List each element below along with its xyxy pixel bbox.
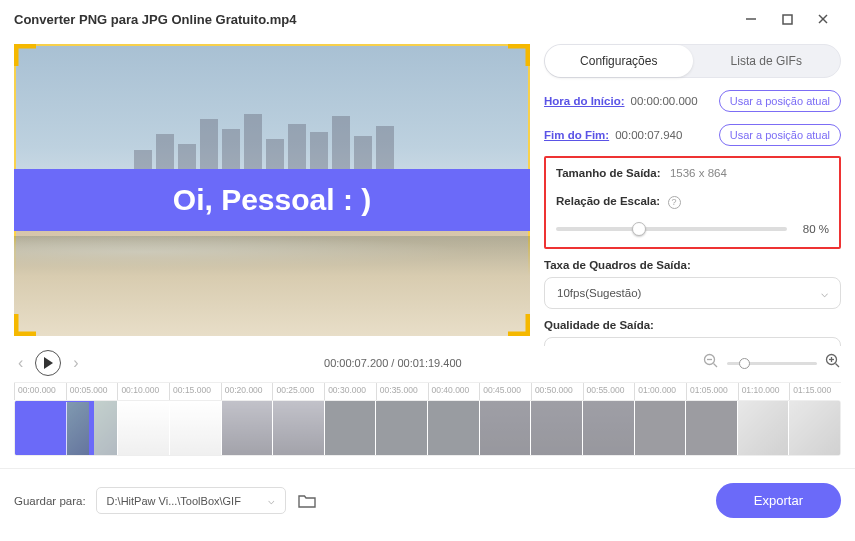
ruler-tick: 00:20.000 bbox=[221, 383, 273, 400]
settings-panel: Configurações Lista de GIFs Hora do Iníc… bbox=[540, 38, 855, 346]
timeline-track[interactable] bbox=[14, 400, 841, 456]
playhead[interactable] bbox=[93, 400, 94, 456]
next-frame-button[interactable]: › bbox=[69, 350, 82, 376]
chevron-down-icon: ⌵ bbox=[268, 494, 275, 507]
zoom-slider[interactable] bbox=[727, 362, 817, 365]
ruler-tick: 00:55.000 bbox=[583, 383, 635, 400]
close-button[interactable] bbox=[805, 7, 841, 31]
timeline-selection[interactable] bbox=[15, 400, 93, 456]
ruler-tick: 00:40.000 bbox=[428, 383, 480, 400]
ruler-tick: 00:00.000 bbox=[14, 383, 66, 400]
selection-handle-left[interactable] bbox=[16, 400, 19, 456]
crop-handle-tr[interactable] bbox=[506, 44, 530, 68]
titlebar: Converter PNG para JPG Online Gratuito.m… bbox=[0, 0, 855, 38]
use-current-start-button[interactable]: Usar a posição atual bbox=[719, 90, 841, 112]
use-current-end-button[interactable]: Usar a posição atual bbox=[719, 124, 841, 146]
video-preview[interactable]: Oi, Pessoal : ) bbox=[14, 44, 530, 336]
crop-handle-bl[interactable] bbox=[14, 312, 38, 336]
timeline-ruler[interactable]: 00:00.00000:05.00000:10.00000:15.00000:2… bbox=[14, 382, 841, 400]
tab-settings[interactable]: Configurações bbox=[545, 45, 693, 77]
end-time-label[interactable]: Fim do Fim: bbox=[544, 129, 609, 141]
framerate-select[interactable]: 10fps(Sugestão) ⌵ bbox=[544, 277, 841, 309]
ruler-tick: 01:00.000 bbox=[634, 383, 686, 400]
ruler-tick: 00:50.000 bbox=[531, 383, 583, 400]
preview-banner-text: Oi, Pessoal : ) bbox=[14, 169, 530, 231]
zoom-in-icon[interactable] bbox=[825, 353, 841, 373]
svg-rect-1 bbox=[783, 15, 792, 24]
chevron-down-icon: ⌵ bbox=[821, 286, 828, 300]
ruler-tick: 00:35.000 bbox=[376, 383, 428, 400]
framerate-label: Taxa de Quadros de Saída: bbox=[544, 259, 841, 271]
svg-line-5 bbox=[714, 364, 718, 368]
scale-percent: 80 % bbox=[797, 223, 829, 235]
start-time-label[interactable]: Hora do Início: bbox=[544, 95, 625, 107]
ruler-tick: 00:15.000 bbox=[169, 383, 221, 400]
save-path-value: D:\HitPaw Vi...\ToolBox\GIF bbox=[107, 495, 241, 507]
save-to-label: Guardar para: bbox=[14, 495, 86, 507]
ruler-tick: 01:05.000 bbox=[686, 383, 738, 400]
ruler-tick: 00:10.000 bbox=[117, 383, 169, 400]
end-time-value: 00:00:07.940 bbox=[615, 129, 682, 141]
open-folder-button[interactable] bbox=[296, 490, 318, 512]
tab-group: Configurações Lista de GIFs bbox=[544, 44, 841, 78]
ruler-tick: 01:15.000 bbox=[789, 383, 841, 400]
crop-handle-br[interactable] bbox=[506, 312, 530, 336]
minimize-button[interactable] bbox=[733, 7, 769, 31]
highlighted-section: Tamanho de Saída: 1536 x 864 Relação de … bbox=[544, 156, 841, 249]
ruler-tick: 00:25.000 bbox=[272, 383, 324, 400]
playback-time: 00:00:07.200 / 00:01:19.400 bbox=[91, 357, 695, 369]
scale-slider[interactable] bbox=[556, 227, 787, 231]
scale-label: Relação de Escala: bbox=[556, 195, 660, 207]
ruler-tick: 01:10.000 bbox=[738, 383, 790, 400]
crop-handle-tl[interactable] bbox=[14, 44, 38, 68]
play-button[interactable] bbox=[35, 350, 61, 376]
maximize-button[interactable] bbox=[769, 7, 805, 31]
quality-select[interactable]: Médio ⌵ bbox=[544, 337, 841, 346]
start-time-value: 00:00:00.000 bbox=[631, 95, 698, 107]
framerate-value: 10fps(Sugestão) bbox=[557, 287, 641, 299]
help-icon[interactable]: ? bbox=[668, 196, 681, 209]
ruler-tick: 00:45.000 bbox=[479, 383, 531, 400]
footer: Guardar para: D:\HitPaw Vi...\ToolBox\GI… bbox=[0, 468, 855, 532]
export-button[interactable]: Exportar bbox=[716, 483, 841, 518]
quality-label: Qualidade de Saída: bbox=[544, 319, 841, 331]
timeline-area: ‹ › 00:00:07.200 / 00:01:19.400 00:00.00… bbox=[0, 346, 855, 456]
output-size-label: Tamanho de Saída: bbox=[556, 167, 661, 179]
prev-frame-button[interactable]: ‹ bbox=[14, 350, 27, 376]
ruler-tick: 00:05.000 bbox=[66, 383, 118, 400]
save-path-select[interactable]: D:\HitPaw Vi...\ToolBox\GIF ⌵ bbox=[96, 487, 286, 514]
output-size-value: 1536 x 864 bbox=[670, 167, 727, 179]
selection-handle-right[interactable] bbox=[89, 400, 92, 456]
window-title: Converter PNG para JPG Online Gratuito.m… bbox=[14, 12, 733, 27]
ruler-tick: 00:30.000 bbox=[324, 383, 376, 400]
svg-line-8 bbox=[836, 364, 840, 368]
zoom-out-icon[interactable] bbox=[703, 353, 719, 373]
tab-gif-list[interactable]: Lista de GIFs bbox=[693, 45, 841, 77]
